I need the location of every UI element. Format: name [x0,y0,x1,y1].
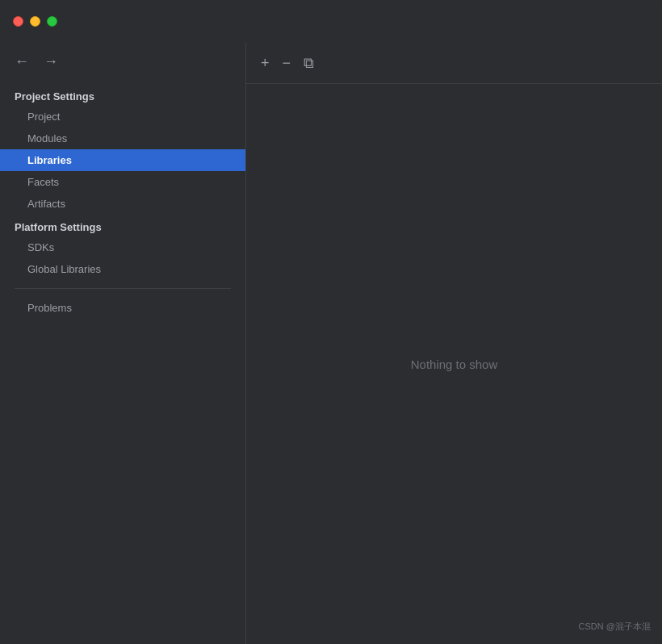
sidebar-item-artifacts[interactable]: Artifacts [0,193,245,215]
sidebar-item-project[interactable]: Project [0,106,245,128]
empty-message: Nothing to show [411,358,498,371]
main-panel: + − ⧉ Nothing to show [246,42,662,644]
nav-buttons: ← → [0,42,245,81]
sidebar-divider [15,288,231,289]
content-area: ← → Project Settings Project Modules Lib… [0,42,662,644]
back-button[interactable]: ← [11,52,32,70]
add-button[interactable]: + [256,52,274,73]
copy-button[interactable]: ⧉ [299,52,319,73]
minimize-button[interactable] [30,16,40,27]
sidebar-item-global-libraries[interactable]: Global Libraries [0,258,245,280]
main-content: Nothing to show [246,84,662,644]
close-button[interactable] [13,16,23,27]
maximize-button[interactable] [47,16,57,27]
sidebar-item-libraries[interactable]: Libraries [0,149,245,171]
watermark: CSDN @混子本混 [579,621,651,633]
sidebar-item-facets[interactable]: Facets [0,171,245,193]
toolbar: + − ⧉ [246,42,662,84]
sidebar-item-sdks[interactable]: SDKs [0,236,245,258]
remove-button[interactable]: − [278,52,296,73]
sidebar-content: Project Settings Project Modules Librari… [0,81,245,644]
section-header-project-settings: Project Settings [0,84,245,106]
forward-button[interactable]: → [40,52,61,70]
sidebar-item-problems[interactable]: Problems [0,297,245,319]
sidebar-item-modules[interactable]: Modules [0,128,245,149]
title-bar [0,0,662,42]
sidebar: ← → Project Settings Project Modules Lib… [0,42,246,644]
section-header-platform-settings: Platform Settings [0,215,245,236]
main-window: ← → Project Settings Project Modules Lib… [0,0,662,644]
